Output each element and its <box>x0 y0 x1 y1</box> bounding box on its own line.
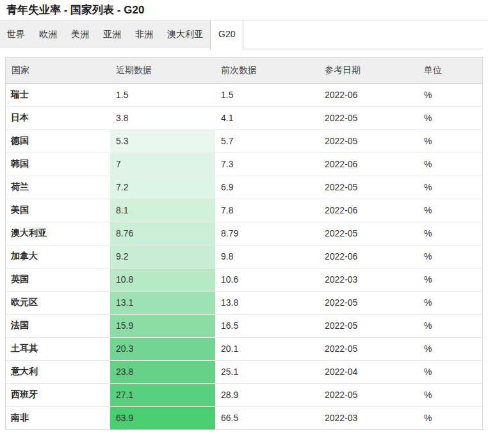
previous-value-cell: 16.5 <box>215 314 319 337</box>
latest-value-cell: 8.76 <box>110 222 215 245</box>
previous-value-cell: 4.1 <box>215 106 319 129</box>
previous-value-cell: 66.5 <box>215 406 319 429</box>
table-row: 法国 15.9 16.5 2022-05 % <box>6 314 482 337</box>
previous-value-cell: 8.79 <box>215 222 319 245</box>
previous-value-cell: 7.8 <box>215 199 319 222</box>
unit-cell: % <box>418 153 482 176</box>
table-row: 英国 10.8 10.6 2022-03 % <box>6 268 482 291</box>
previous-value-cell: 7.3 <box>215 153 319 176</box>
latest-value-cell: 1.5 <box>110 83 215 106</box>
latest-value-cell: 7.2 <box>110 176 215 199</box>
tab-bar-filler <box>243 21 483 49</box>
tab-g20[interactable]: G20 <box>210 21 243 49</box>
unit-cell: % <box>418 268 482 291</box>
page-title: 青年失业率 - 国家列表 - G20 <box>0 0 488 20</box>
tab-africa[interactable]: 非洲 <box>128 21 160 47</box>
previous-value-cell: 9.8 <box>215 245 319 268</box>
table-row: 荷兰 7.2 6.9 2022-05 % <box>6 176 482 199</box>
reference-date-cell: 2022-05 <box>319 314 418 337</box>
previous-value-cell: 25.1 <box>215 360 319 383</box>
reference-date-cell: 2022-05 <box>319 176 418 199</box>
unit-cell: % <box>418 129 482 153</box>
latest-value-cell: 7 <box>110 153 215 176</box>
previous-value-cell: 5.7 <box>215 129 319 153</box>
table-row: 土耳其 20.3 20.1 2022-05 % <box>6 337 482 360</box>
country-cell: 美国 <box>6 199 110 222</box>
reference-date-cell: 2022-06 <box>319 199 418 222</box>
previous-value-cell: 20.1 <box>215 337 319 360</box>
table-row: 瑞士 1.5 1.5 2022-06 % <box>6 83 482 106</box>
country-cell: 瑞士 <box>6 83 110 106</box>
table-row: 美国 8.1 7.8 2022-06 % <box>6 199 482 222</box>
reference-date-cell: 2022-03 <box>319 268 418 291</box>
reference-date-cell: 2022-03 <box>319 406 418 429</box>
tab-australia[interactable]: 澳大利亚 <box>160 21 210 47</box>
reference-date-cell: 2022-05 <box>319 106 418 129</box>
unit-cell: % <box>418 337 482 360</box>
tab-group: 世界欧洲美洲亚洲非洲澳大利亚 <box>0 21 210 47</box>
country-cell: 欧元区 <box>6 291 110 314</box>
latest-value-cell: 15.9 <box>110 314 215 337</box>
table-row: 意大利 23.8 25.1 2022-04 % <box>6 360 482 383</box>
column-header-previous: 前次数据 <box>215 58 319 83</box>
country-cell: 韩国 <box>6 153 110 176</box>
latest-value-cell: 27.1 <box>110 383 215 406</box>
previous-value-cell: 13.8 <box>215 291 319 314</box>
country-cell: 土耳其 <box>6 337 110 360</box>
previous-value-cell: 1.5 <box>215 83 319 106</box>
country-cell: 日本 <box>6 106 110 129</box>
unit-cell: % <box>418 291 482 314</box>
unit-cell: % <box>418 83 482 106</box>
country-cell: 西班牙 <box>6 383 110 406</box>
unit-cell: % <box>418 383 482 406</box>
table-row: 澳大利亚 8.76 8.79 2022-05 % <box>6 222 482 245</box>
country-cell: 德国 <box>6 129 110 153</box>
unit-cell: % <box>418 360 482 383</box>
tab-americas[interactable]: 美洲 <box>64 21 96 47</box>
unit-cell: % <box>418 199 482 222</box>
unit-cell: % <box>418 222 482 245</box>
reference-date-cell: 2022-06 <box>319 153 418 176</box>
reference-date-cell: 2022-06 <box>319 83 418 106</box>
country-cell: 加拿大 <box>6 245 110 268</box>
countries-table: 国家 近期数据 前次数据 参考日期 单位 瑞士 1.5 1.5 2022-06 … <box>5 57 483 430</box>
tab-asia[interactable]: 亚洲 <box>96 21 128 47</box>
latest-value-cell: 20.3 <box>110 337 215 360</box>
unit-cell: % <box>418 245 482 268</box>
column-header-latest: 近期数据 <box>110 58 215 83</box>
tab-europe[interactable]: 欧洲 <box>32 21 64 47</box>
country-cell: 意大利 <box>6 360 110 383</box>
column-header-date: 参考日期 <box>319 58 418 83</box>
country-cell: 荷兰 <box>6 176 110 199</box>
reference-date-cell: 2022-05 <box>319 129 418 153</box>
table-row: 南非 63.9 66.5 2022-03 % <box>6 406 482 429</box>
unit-cell: % <box>418 176 482 199</box>
reference-date-cell: 2022-05 <box>319 383 418 406</box>
table-row: 欧元区 13.1 13.8 2022-05 % <box>6 291 482 314</box>
table-header: 国家 近期数据 前次数据 参考日期 单位 <box>6 58 482 83</box>
column-header-unit: 单位 <box>418 58 482 83</box>
table-row: 德国 5.3 5.7 2022-05 % <box>6 129 482 153</box>
table-body: 瑞士 1.5 1.5 2022-06 % 日本 3.8 4.1 2022-05 … <box>6 83 482 429</box>
latest-value-cell: 8.1 <box>110 199 215 222</box>
latest-value-cell: 63.9 <box>110 406 215 429</box>
country-cell: 南非 <box>6 406 110 429</box>
column-header-country: 国家 <box>6 58 110 83</box>
table-row: 西班牙 27.1 28.9 2022-05 % <box>6 383 482 406</box>
country-cell: 英国 <box>6 268 110 291</box>
table-row: 加拿大 9.2 9.8 2022-06 % <box>6 245 482 268</box>
latest-value-cell: 9.2 <box>110 245 215 268</box>
tab-bar: 世界欧洲美洲亚洲非洲澳大利亚 G20 <box>0 20 488 49</box>
reference-date-cell: 2022-04 <box>319 360 418 383</box>
reference-date-cell: 2022-05 <box>319 291 418 314</box>
country-cell: 澳大利亚 <box>6 222 110 245</box>
unit-cell: % <box>418 314 482 337</box>
latest-value-cell: 5.3 <box>110 129 215 153</box>
tab-world[interactable]: 世界 <box>0 21 32 47</box>
previous-value-cell: 28.9 <box>215 383 319 406</box>
table-row: 日本 3.8 4.1 2022-05 % <box>6 106 482 129</box>
reference-date-cell: 2022-06 <box>319 245 418 268</box>
reference-date-cell: 2022-05 <box>319 222 418 245</box>
previous-value-cell: 6.9 <box>215 176 319 199</box>
table-row: 韩国 7 7.3 2022-06 % <box>6 153 482 176</box>
